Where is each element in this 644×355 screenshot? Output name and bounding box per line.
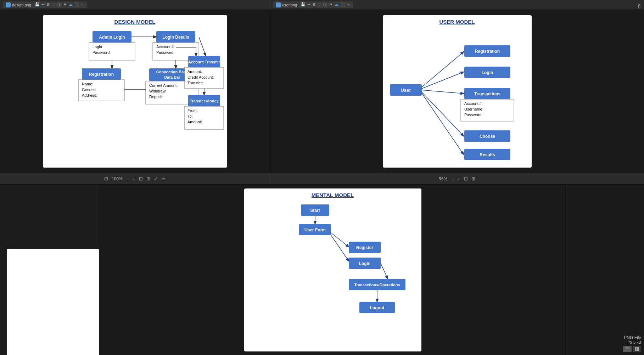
svg-text:Transactions: Transactions xyxy=(474,91,500,96)
left-partial-card xyxy=(7,249,99,355)
left-content: DESIGN MODEL Admin Login Login Password … xyxy=(0,10,270,173)
svg-line-72 xyxy=(331,235,349,261)
cloud-icon-left[interactable]: ☁ xyxy=(69,2,73,7)
svg-text:Transactions/Operations: Transactions/Operations xyxy=(354,283,400,287)
right-fit-icon[interactable]: ⊡ xyxy=(464,176,468,181)
right-tab-bar: user.png 💾 ↩ 🗑 ♡ ⓘ 🖨 ☁ ⬛ ··· ✕ xyxy=(270,0,644,10)
svg-text:Deposit:: Deposit: xyxy=(149,95,163,99)
list-view-button[interactable] xyxy=(623,346,632,352)
svg-rect-88 xyxy=(637,347,639,349)
right-heart-icon[interactable]: ♡ xyxy=(318,2,321,7)
svg-text:Credit Account:: Credit Account: xyxy=(187,75,214,79)
info-icon[interactable]: ⓘ xyxy=(57,2,61,7)
svg-text:Name:: Name: xyxy=(82,82,93,86)
svg-text:Login: Login xyxy=(359,261,370,266)
right-tab-label: user.png xyxy=(282,3,297,7)
right-dots-icon[interactable]: ··· xyxy=(347,2,350,7)
dots-icon-left[interactable]: ··· xyxy=(81,2,84,7)
right-print-icon[interactable]: 🖨 xyxy=(329,2,333,7)
svg-text:Login: Login xyxy=(93,45,102,49)
right-save-icon[interactable]: 💾 xyxy=(301,2,306,7)
mental-model-svg: Start User Form Register Login xyxy=(244,201,418,350)
left-tab[interactable]: design.png 💾 ↩ 🗑 ♡ ⓘ 🖨 ☁ ⬛ ··· xyxy=(3,1,87,8)
partial-text: n xyxy=(638,4,640,10)
svg-line-26 xyxy=(199,37,206,56)
left-zoom-level: 100% xyxy=(112,176,123,181)
svg-text:Registration: Registration xyxy=(89,72,113,77)
view-toggle xyxy=(623,346,641,352)
svg-text:Address:: Address: xyxy=(82,93,97,97)
svg-text:User: User xyxy=(401,88,411,93)
design-model-card: DESIGN MODEL Admin Login Login Password … xyxy=(43,15,227,168)
right-stack-icon[interactable]: ⬛ xyxy=(340,2,345,7)
save-icon[interactable]: 💾 xyxy=(35,2,40,7)
right-file-icon xyxy=(276,2,281,7)
right-info-icon[interactable]: ⓘ xyxy=(323,2,327,7)
right-zoom-level: 96% xyxy=(439,176,447,181)
left-zoom-bar: ⊟ 100% − + ⊡ ⊞ ⤢ ▭ xyxy=(0,173,270,184)
left-grid-icon[interactable]: ⊞ xyxy=(146,176,150,181)
left-zoom-out[interactable]: − xyxy=(126,176,129,182)
right-cloud-icon[interactable]: ☁ xyxy=(335,2,338,7)
right-trash-icon[interactable]: 🗑 xyxy=(312,2,316,7)
svg-line-60 xyxy=(422,52,464,87)
svg-text:Register: Register xyxy=(356,245,373,250)
bottom-center-panel: MENTAL MODEL Start User Form Register xyxy=(99,185,566,355)
heart-icon[interactable]: ♡ xyxy=(52,2,56,7)
svg-text:Admin Login: Admin Login xyxy=(99,35,125,40)
svg-text:Account #:: Account #: xyxy=(464,101,483,106)
undo-icon[interactable]: ↩ xyxy=(41,2,45,7)
svg-rect-89 xyxy=(635,349,637,351)
file-icon xyxy=(6,2,11,7)
left-view-icon1[interactable]: ⊟ xyxy=(104,176,108,181)
right-zoom-in[interactable]: + xyxy=(458,176,460,182)
svg-line-77 xyxy=(381,263,388,279)
svg-line-62 xyxy=(422,90,464,94)
svg-text:User Form: User Form xyxy=(304,227,325,232)
info-panel: PNG File 79.5 kB xyxy=(623,335,641,352)
svg-line-63 xyxy=(422,92,464,136)
svg-text:Transfer:: Transfer: xyxy=(187,81,203,85)
trash-icon[interactable]: 🗑 xyxy=(46,2,50,7)
print-icon[interactable]: 🖨 xyxy=(63,2,67,7)
svg-text:Username:: Username: xyxy=(464,107,483,111)
svg-text:Login: Login xyxy=(481,70,493,75)
svg-text:Gender:: Gender: xyxy=(82,88,96,92)
svg-text:Results: Results xyxy=(480,152,495,157)
right-content: USER MODEL User Registration Login Trans… xyxy=(270,10,644,173)
svg-text:Transfer Money: Transfer Money xyxy=(190,99,219,103)
left-zoom-in[interactable]: + xyxy=(133,176,135,182)
left-tab-actions: 💾 ↩ 🗑 ♡ ⓘ 🖨 ☁ ⬛ ··· xyxy=(35,2,84,7)
user-model-svg: User Registration Login Transactions Acc… xyxy=(383,28,528,166)
svg-line-64 xyxy=(422,93,464,154)
svg-text:Connection Bank: Connection Bank xyxy=(156,70,188,74)
bottom-section: MENTAL MODEL Start User Form Register xyxy=(0,184,644,355)
svg-rect-86 xyxy=(625,350,629,350)
design-model-title: DESIGN MODEL xyxy=(43,15,227,25)
right-grid-icon[interactable]: ⊞ xyxy=(471,176,475,181)
svg-text:Registration: Registration xyxy=(475,49,499,54)
svg-text:Password:: Password: xyxy=(156,50,174,55)
stack-icon[interactable]: ⬛ xyxy=(74,2,79,7)
grid-view-button[interactable] xyxy=(633,346,641,352)
svg-text:Data Bar: Data Bar xyxy=(164,75,180,79)
svg-text:Account Transfer: Account Transfer xyxy=(188,60,220,64)
svg-text:Password:: Password: xyxy=(464,113,482,117)
right-undo-icon[interactable]: ↩ xyxy=(307,2,310,7)
right-zoom-out[interactable]: − xyxy=(451,176,454,182)
left-fit-icon[interactable]: ⊡ xyxy=(139,176,143,181)
svg-text:Account #:: Account #: xyxy=(156,45,175,49)
left-present-icon[interactable]: ▭ xyxy=(161,176,166,181)
right-tab[interactable]: user.png 💾 ↩ 🗑 ♡ ⓘ 🖨 ☁ ⬛ ··· xyxy=(273,1,353,8)
bottom-right-panel: n PNG File 79.5 kB xyxy=(566,185,644,355)
user-model-card: USER MODEL User Registration Login Trans… xyxy=(383,15,532,168)
left-tab-bar: design.png 💾 ↩ 🗑 ♡ ⓘ 🖨 ☁ ⬛ ··· xyxy=(0,0,270,10)
svg-text:Start: Start xyxy=(310,208,320,213)
svg-line-71 xyxy=(331,233,349,247)
svg-text:Withdraw:: Withdraw: xyxy=(149,89,167,93)
mental-model-title: MENTAL MODEL xyxy=(244,188,421,198)
left-tab-label: design.png xyxy=(12,3,31,7)
svg-text:Login Details: Login Details xyxy=(162,35,189,40)
left-expand-icon[interactable]: ⤢ xyxy=(154,176,158,181)
mental-model-card: MENTAL MODEL Start User Form Register xyxy=(244,188,421,351)
